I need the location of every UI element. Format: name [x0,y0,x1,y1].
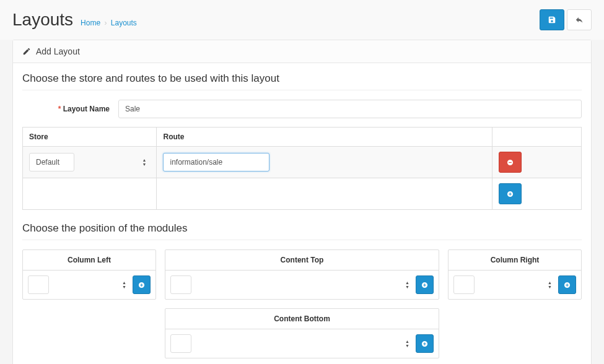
content-top-select[interactable] [170,275,191,294]
stepper-icon: ▲▼ [122,280,126,289]
stepper-icon: ▲▼ [548,280,552,289]
column-left-select-wrap: ▲▼ [28,275,130,294]
module-content-bottom-header: Content Bottom [165,309,439,329]
save-icon [548,15,556,24]
module-column-left-header: Column Left [23,250,155,271]
column-right-select-wrap: ▲▼ [453,275,556,294]
breadcrumb-sep: › [104,19,107,27]
column-right-select[interactable] [453,275,475,294]
add-route-button[interactable] [499,183,522,204]
content-bottom-add-button[interactable] [416,334,434,353]
module-content-bottom: Content Bottom ▲▼ [165,308,439,358]
routes-th-actions [492,128,581,147]
section-routes-title: Choose the store and routes to be used w… [22,72,582,90]
module-column-right: Column Right ▲▼ [448,249,582,300]
store-select-wrap: Default ▲▼ [29,153,150,171]
stepper-icon: ▲▼ [142,158,147,167]
module-content-top: Content Top ▲▼ [165,249,439,300]
plus-circle-icon [138,282,145,288]
section-modules-title: Choose the position of the modules [22,222,582,240]
column-left-select[interactable] [28,275,49,294]
remove-route-button[interactable] [499,152,522,173]
route-row: Default ▲▼ [23,147,582,178]
plus-circle-icon [421,340,428,347]
plus-circle-icon [507,191,514,197]
column-right-add-button[interactable] [558,275,576,294]
page-header: Layouts Home › Layouts [0,0,604,40]
layout-name-row: Layout Name [22,100,582,118]
routes-th-store: Store [23,128,157,147]
pencil-icon [22,47,31,56]
save-button[interactable] [540,9,564,30]
module-content-top-header: Content Top [165,250,439,271]
breadcrumb-current[interactable]: Layouts [111,19,137,27]
content-top-add-button[interactable] [416,275,434,294]
minus-circle-icon [507,159,514,166]
content-top-select-wrap: ▲▼ [170,275,413,294]
route-add-row [23,178,582,210]
layout-name-label: Layout Name [22,105,118,113]
panel-body: Choose the store and routes to be used w… [13,63,591,364]
panel-heading: Add Layout [13,40,591,63]
plus-circle-icon [564,282,571,288]
layout-name-input[interactable] [118,100,582,118]
content-bottom-select-wrap: ▲▼ [170,334,413,353]
header-actions [540,9,592,30]
stepper-icon: ▲▼ [405,339,409,348]
reply-icon [575,15,584,24]
page-title: Layouts [12,10,73,30]
store-select[interactable]: Default [29,153,74,171]
modules-row-bottom: Content Bottom ▲▼ [22,308,582,358]
routes-table: Store Route Default ▲▼ [22,127,582,210]
page-header-left: Layouts Home › Layouts [12,10,137,30]
column-left-add-button[interactable] [133,275,151,294]
module-column-left: Column Left ▲▼ [22,249,156,300]
plus-circle-icon [421,282,428,288]
content-bottom-select[interactable] [170,334,191,353]
stepper-icon: ▲▼ [405,280,409,289]
route-input[interactable] [163,153,269,171]
back-button[interactable] [567,9,592,30]
panel-heading-text: Add Layout [36,46,80,56]
breadcrumb: Home › Layouts [81,19,137,27]
panel-add-layout: Add Layout Choose the store and routes t… [12,40,592,364]
routes-th-route: Route [157,128,492,147]
modules-row-top: Column Left ▲▼ Content Top ▲▼ [22,249,582,300]
module-column-right-header: Column Right [449,250,581,271]
breadcrumb-home[interactable]: Home [81,19,100,27]
